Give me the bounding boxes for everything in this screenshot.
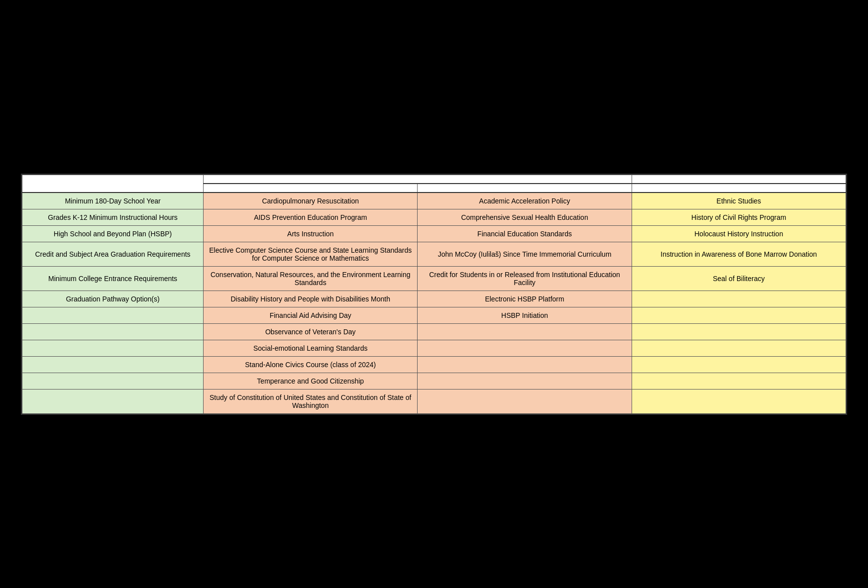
cell-required-explicit: Stand-Alone Civics Course (class of 2024… [204, 356, 418, 373]
cell-foundational [22, 307, 204, 323]
cell-required-explicit: Cardiopulmonary Resuscitation [204, 193, 418, 209]
foundational-header [22, 175, 204, 193]
table-row: Social-emotional Learning Standards [22, 340, 846, 356]
cell-additional [418, 323, 632, 340]
table-row: Study of Constitution of United States a… [22, 389, 846, 413]
cell-additional [418, 389, 632, 413]
cell-encouraged [632, 323, 846, 340]
cell-required-explicit: AIDS Prevention Education Program [204, 209, 418, 225]
encouraged-header [632, 184, 846, 193]
cell-encouraged: Ethnic Studies [632, 193, 846, 209]
cell-foundational: Graduation Pathway Option(s) [22, 291, 204, 307]
table-row: High School and Beyond Plan (HSBP)Arts I… [22, 225, 846, 242]
cell-encouraged [632, 356, 846, 373]
cell-foundational: Minimum 180-Day School Year [22, 193, 204, 209]
cell-encouraged: Instruction in Awareness of Bone Marrow … [632, 242, 846, 266]
table-row: Credit and Subject Area Graduation Requi… [22, 242, 846, 266]
cell-required-explicit: Temperance and Good Citizenship [204, 373, 418, 389]
cell-encouraged: Holocaust History Instruction [632, 225, 846, 242]
table-row: Observance of Veteran's Day [22, 323, 846, 340]
encouraged-offerings-group-header [632, 175, 846, 184]
table-row: Minimum 180-Day School YearCardiopulmona… [22, 193, 846, 209]
cell-additional: Credit for Students in or Released from … [418, 266, 632, 291]
cell-additional: John McCoy (Iulilaš) Since Time Immemori… [418, 242, 632, 266]
cell-required-explicit: Observance of Veteran's Day [204, 323, 418, 340]
cell-additional: HSBP Initiation [418, 307, 632, 323]
required-offerings-group-header [204, 175, 632, 184]
cell-encouraged [632, 340, 846, 356]
cell-foundational [22, 340, 204, 356]
cell-required-explicit: Disability History and People with Disab… [204, 291, 418, 307]
cell-additional: Financial Education Standards [418, 225, 632, 242]
cell-foundational: High School and Beyond Plan (HSBP) [22, 225, 204, 242]
table-row: Temperance and Good Citizenship [22, 373, 846, 389]
required-explicit-header [204, 184, 418, 193]
cell-encouraged: Seal of Biliteracy [632, 266, 846, 291]
cell-foundational [22, 373, 204, 389]
top-header-row [22, 175, 846, 184]
cell-encouraged [632, 307, 846, 323]
cell-encouraged [632, 389, 846, 413]
cell-encouraged [632, 291, 846, 307]
table-row: Minimum College Entrance RequirementsCon… [22, 266, 846, 291]
cell-required-explicit: Arts Instruction [204, 225, 418, 242]
cell-foundational [22, 356, 204, 373]
cell-required-explicit: Conservation, Natural Resources, and the… [204, 266, 418, 291]
table-row: Graduation Pathway Option(s)Disability H… [22, 291, 846, 307]
cell-encouraged [632, 373, 846, 389]
cell-additional: Comprehensive Sexual Health Education [418, 209, 632, 225]
additional-header [418, 184, 632, 193]
cell-foundational [22, 323, 204, 340]
cell-additional [418, 373, 632, 389]
cell-required-explicit: Study of Constitution of United States a… [204, 389, 418, 413]
cell-required-explicit: Social-emotional Learning Standards [204, 340, 418, 356]
cell-foundational: Credit and Subject Area Graduation Requi… [22, 242, 204, 266]
cell-foundational: Grades K-12 Minimum Instructional Hours [22, 209, 204, 225]
cell-required-explicit: Financial Aid Advising Day [204, 307, 418, 323]
cell-additional [418, 340, 632, 356]
cell-foundational: Minimum College Entrance Requirements [22, 266, 204, 291]
table-row: Stand-Alone Civics Course (class of 2024… [22, 356, 846, 373]
cell-additional: Electronic HSBP Platform [418, 291, 632, 307]
cell-additional [418, 356, 632, 373]
cell-additional: Academic Acceleration Policy [418, 193, 632, 209]
cell-required-explicit: Elective Computer Science Course and Sta… [204, 242, 418, 266]
table-row: Financial Aid Advising DayHSBP Initiatio… [22, 307, 846, 323]
cell-encouraged: History of Civil Rights Program [632, 209, 846, 225]
table-row: Grades K-12 Minimum Instructional HoursA… [22, 209, 846, 225]
cell-foundational [22, 389, 204, 413]
main-table-wrapper: Minimum 180-Day School YearCardiopulmona… [21, 174, 847, 415]
